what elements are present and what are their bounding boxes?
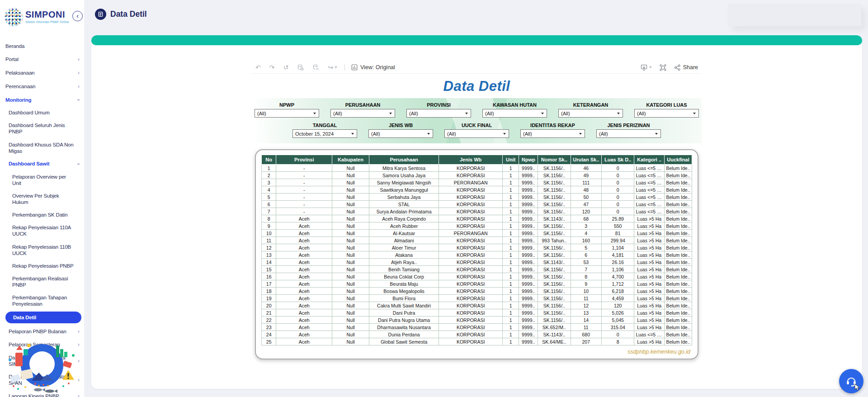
cell-kategori: Luas <=5 Ha: [634, 165, 665, 172]
table-row[interactable]: 1 - Null Mitra Karya Sentosa KORPORASI 1…: [262, 165, 692, 172]
table-row[interactable]: 21 Aceh Null Dani Putra KORPORASI 1 9999…: [262, 309, 692, 317]
sidebar-item-perkembangan-realisasi-pnbp[interactable]: Perkembangan Realisasi PNBP: [5, 272, 82, 291]
table-column-header[interactable]: Perusahaan: [369, 155, 439, 165]
filter-dropdown[interactable]: (All): [482, 109, 547, 118]
cell-jenis-wb: KORPORASI: [439, 186, 503, 194]
cell-urutan-sk: 11: [571, 295, 602, 302]
table-column-header[interactable]: Nomor Sk..: [538, 155, 571, 165]
table-row[interactable]: 4 - Null Sawitkarya Manunggul KORPORASI …: [262, 186, 692, 194]
revert-button[interactable]: [283, 64, 288, 71]
sidebar-item-beranda[interactable]: Beranda: [5, 40, 82, 52]
view-original-button[interactable]: View: Original: [351, 64, 395, 71]
filter-dropdown[interactable]: (All): [520, 129, 585, 138]
filter-dropdown[interactable]: (All): [406, 109, 471, 118]
table-column-header[interactable]: Jenis Wb: [439, 155, 503, 165]
refresh-data-button[interactable]: [297, 64, 304, 71]
sidebar-collapse-button[interactable]: [72, 11, 83, 21]
sidebar-item-overview-per-subjek-hukum[interactable]: Overview Per Subjek Hukum: [5, 189, 82, 208]
table-row[interactable]: 7 - Null Surya Andalan Primatama KORPORA…: [262, 208, 692, 215]
sidebar-item-dashboard-khusus-sda-non-migas[interactable]: Dashboard Khusus SDA Non Migas: [5, 138, 82, 157]
table-row[interactable]: 13 Aceh Null Atakana KORPORASI 1 9999.. …: [262, 251, 692, 259]
sidebar-item-pelaporan-pnbp-bulanan[interactable]: Pelaporan PNBP Bulanan: [5, 325, 82, 338]
cell-perusahaan: Atakana: [369, 251, 439, 259]
sidebar-item-pelaporan-overview-per-unit[interactable]: Pelaporan Overview per Unit: [5, 170, 82, 189]
filter-dropdown[interactable]: (All): [330, 109, 395, 118]
sidebar-item-monitoring[interactable]: Monitoring: [5, 93, 82, 107]
table-column-header[interactable]: Provinsi: [276, 155, 332, 165]
table-row[interactable]: 18 Aceh Null Boswa Megalopolis KORPORASI…: [262, 288, 692, 295]
sidebar-item-portal[interactable]: Portal: [5, 52, 82, 66]
sidebar-item-pelaksanaan[interactable]: Pelaksanaan: [5, 66, 82, 80]
cell-npwp: 9999..: [519, 295, 538, 302]
cell-unit: 1: [503, 208, 519, 215]
filter-dropdown[interactable]: (All): [368, 129, 433, 138]
filter-dropdown[interactable]: (All): [444, 129, 509, 138]
filter-dropdown[interactable]: October 15, 2024: [292, 129, 357, 138]
table-row[interactable]: 25 Aceh Null Global Sawit Semesta KORPOR…: [262, 338, 692, 345]
table-column-header[interactable]: Kategori ..: [634, 155, 665, 165]
table-column-header[interactable]: Kabupaten: [332, 155, 369, 165]
table-row[interactable]: 15 Aceh Null Benih Tamiang KORPORASI 1 9…: [262, 266, 692, 273]
sidebar-item-rekap-penyelesaian-110b-uuck[interactable]: Rekap Penyelesaian 110B UUCK: [5, 241, 82, 260]
table-row[interactable]: 11 Aceh Null Almadani KORPORASI 1 9999..…: [262, 237, 692, 244]
cell-provinsi: -: [276, 194, 332, 201]
share-button[interactable]: Share: [674, 64, 698, 71]
table-row[interactable]: 19 Aceh Null Bumi Flora KORPORASI 1 9999…: [262, 295, 692, 302]
sidebar-item-rekap-penyelesaian-pnbp[interactable]: Rekap Penyelesaian PNBP: [5, 260, 82, 272]
cell-jenis-wb: KORPORASI: [439, 266, 503, 273]
filter-dropdown[interactable]: (All): [255, 109, 319, 118]
table-row[interactable]: 16 Aceh Null Beuna Coklat Corp KORPORASI…: [262, 273, 692, 280]
table-row[interactable]: 12 Aceh Null Aloer Timur KORPORASI 1 999…: [262, 244, 692, 251]
chevron-icon: [75, 161, 80, 168]
help-chat-button[interactable]: [839, 369, 863, 393]
pause-updates-button[interactable]: [312, 64, 319, 71]
table-row[interactable]: 5 - Null Serbahuta Jaya KORPORASI 1 9999…: [262, 194, 692, 201]
table-column-header[interactable]: Uuckfinal: [665, 155, 692, 165]
table-row[interactable]: 14 Aceh Null Atjeh Raya.. KORPORASI 1 99…: [262, 259, 692, 266]
cell-urutan-sk: 111: [571, 179, 602, 186]
sidebar-item-rekap-penyelesaian-110a-uuck[interactable]: Rekap Penyelesaian 110A UUCK: [5, 221, 82, 240]
sidebar-item-perkembangan-tahapan-penyelesaian[interactable]: Perkembangan Tahapan Penyelesaian: [5, 291, 82, 310]
sidebar-item-perkembangan-sk-datin[interactable]: Perkembangan SK Datin: [5, 208, 82, 221]
cell-luas-sk: 550: [602, 222, 634, 230]
cell-kabupaten: Null: [332, 331, 369, 338]
table-row[interactable]: 22 Aceh Null Dani Putra Nugra Utama KORP…: [262, 317, 692, 324]
table-row[interactable]: 9 Aceh Null Aceh Rubber KORPORASI 1 9999…: [262, 222, 692, 230]
table-column-header[interactable]: Npwp: [519, 155, 538, 165]
table-column-header[interactable]: Unit: [503, 155, 519, 165]
table-column-header[interactable]: Urutan Sk..: [571, 155, 602, 165]
table-row[interactable]: 8 Aceh Null Aceh Raya Corpindo KORPORASI…: [262, 215, 692, 222]
filter-dropdown[interactable]: (All): [634, 109, 699, 118]
filter-dropdown[interactable]: (All): [596, 129, 661, 138]
filter-dropdown[interactable]: (All): [558, 109, 623, 118]
sidebar-item-dashboard-umum[interactable]: Dashboard Umum: [5, 106, 82, 119]
redo-button[interactable]: [269, 64, 275, 71]
cell-npwp: 9999..: [519, 215, 538, 222]
source-link[interactable]: ssdpnbp.kemenkeu.go.id: [261, 345, 692, 358]
fullscreen-button[interactable]: [660, 64, 666, 71]
bar-chart-icon: [351, 64, 358, 71]
cell-unit: 1: [503, 172, 519, 179]
sidebar-item-dashboard-seluruh-jenis-pnbp[interactable]: Dashboard Seluruh Jenis PNBP: [5, 119, 82, 138]
cell-perusahaan: Dharmasawita Nusantara: [369, 324, 439, 331]
table-column-header[interactable]: Luas Sk D..: [602, 155, 634, 165]
table-row[interactable]: 17 Aceh Null Beurata Maju KORPORASI 1 99…: [262, 280, 692, 288]
table-row[interactable]: 10 Aceh Null Al-Kautsar PERORANGAN 1 999…: [262, 230, 692, 237]
table-row[interactable]: 2 - Null Samora Usaha Jaya KORPORASI 1 9…: [262, 172, 692, 179]
forward-menu-button[interactable]: [328, 64, 337, 71]
download-button[interactable]: [641, 64, 652, 71]
undo-button[interactable]: [255, 64, 261, 71]
sidebar-item-data-detil[interactable]: Data Detil: [5, 312, 81, 323]
cell-luas-sk: 0: [602, 201, 634, 208]
card-accent-bar: [91, 35, 862, 45]
table-row[interactable]: 3 - Null Sanny Meigiawati Ningsih PERORA…: [262, 179, 692, 186]
table-row[interactable]: 23 Aceh Null Dharmasawita Nusantara KORP…: [262, 324, 692, 331]
cell-no: 1: [262, 165, 276, 172]
sidebar-item-perencanaan[interactable]: Perencanaan: [5, 80, 82, 93]
sidebar-item-dashboard-sawit[interactable]: Dashboard Sawit: [5, 157, 82, 171]
cell-uuckfinal: Belum Ide..: [665, 317, 692, 324]
table-row[interactable]: 6 - Null STAL KORPORASI 1 9999.. SK.1156…: [262, 201, 692, 208]
table-row[interactable]: 20 Aceh Null Cakra Multi Sawit Mandiri K…: [262, 302, 692, 309]
table-column-header[interactable]: No: [262, 155, 276, 165]
table-row[interactable]: 24 Aceh Null Dunia Perdana KORPORASI 1 9…: [262, 331, 692, 338]
